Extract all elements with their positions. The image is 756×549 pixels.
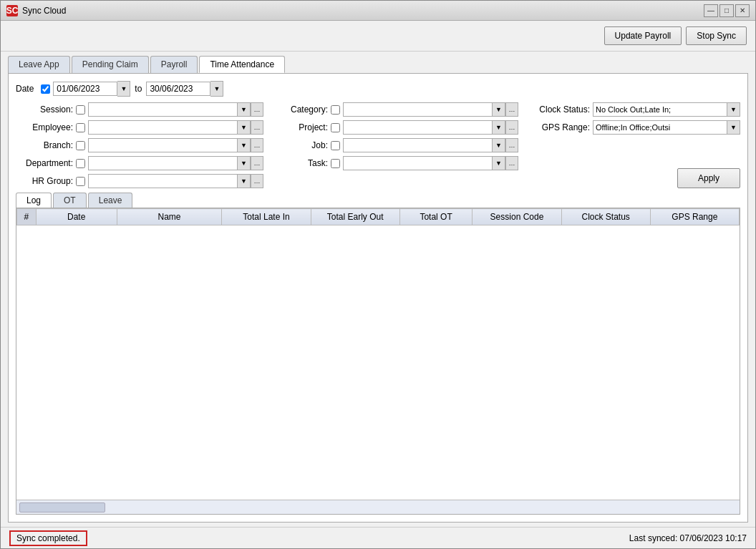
scrollbar-thumb[interactable] — [19, 502, 105, 512]
col-header-name: Name — [117, 209, 222, 225]
gps-range-dropdown[interactable]: ▼ — [727, 120, 740, 135]
project-dropdown[interactable]: ▼ — [493, 120, 505, 135]
app-icon: SC — [6, 5, 18, 16]
task-row: Task: ▼ … — [271, 156, 518, 170]
job-dropdown[interactable]: ▼ — [493, 138, 505, 152]
col-header-total-ot: Total OT — [399, 209, 472, 225]
branch-more[interactable]: … — [251, 138, 263, 152]
session-checkbox[interactable] — [76, 105, 85, 115]
branch-input[interactable] — [88, 138, 238, 152]
col-header-total-early-out: Total Early Out — [311, 209, 399, 225]
employee-row: Employee: ▼ … — [16, 120, 263, 135]
clock-status-dropdown[interactable]: ▼ — [727, 102, 740, 117]
date-filter-row: Date 01/06/2023 ▼ to 30/06/2023 ▼ — [16, 81, 740, 97]
hr-group-dropdown[interactable]: ▼ — [238, 174, 251, 188]
job-row: Job: ▼ … — [271, 138, 518, 152]
task-more[interactable]: … — [505, 156, 518, 170]
department-row: Department: ▼ … — [16, 156, 263, 170]
category-row: Category: ▼ … — [271, 102, 518, 117]
department-more[interactable]: … — [251, 156, 263, 170]
window-title: Sync Cloud — [22, 6, 704, 16]
project-row: Project: ▼ … — [271, 120, 518, 135]
job-input[interactable] — [343, 138, 493, 152]
sub-tab-ot[interactable]: OT — [53, 193, 87, 208]
col-header-clock-status: Clock Status — [561, 209, 650, 225]
main-window: SC Sync Cloud — □ ✕ Update Payroll Stop … — [0, 0, 756, 549]
tab-pending-claim[interactable]: Pending Claim — [72, 56, 149, 73]
job-more[interactable]: … — [505, 138, 518, 152]
maximize-button[interactable]: □ — [719, 4, 734, 17]
horizontal-scrollbar[interactable] — [16, 500, 740, 514]
gps-range-row: GPS Range: Offline;In Office;Outsi ▼ — [525, 120, 740, 135]
window-controls: — □ ✕ — [704, 4, 750, 17]
apply-row: Apply — [525, 168, 740, 188]
close-button[interactable]: ✕ — [735, 4, 750, 17]
to-label: to — [135, 84, 142, 94]
date-from-input[interactable]: 01/06/2023 — [53, 82, 117, 96]
task-dropdown[interactable]: ▼ — [493, 156, 505, 170]
project-label: Project: — [271, 122, 328, 132]
main-content: Leave App Pending Claim Payroll Time Att… — [1, 52, 755, 527]
col-header-gps-range: GPS Range — [650, 209, 739, 225]
category-label: Category: — [271, 105, 328, 115]
employee-input[interactable] — [88, 120, 238, 135]
tab-bar: Leave App Pending Claim Payroll Time Att… — [1, 52, 755, 73]
update-payroll-button[interactable]: Update Payroll — [604, 26, 682, 45]
session-input[interactable] — [88, 102, 238, 117]
branch-row: Branch: ▼ … — [16, 138, 263, 152]
sub-tab-log[interactable]: Log — [16, 193, 52, 208]
category-input[interactable] — [343, 102, 493, 117]
date-to-dropdown[interactable]: ▼ — [210, 81, 223, 97]
category-dropdown[interactable]: ▼ — [493, 102, 505, 117]
task-input[interactable] — [343, 156, 493, 170]
project-more[interactable]: … — [505, 120, 518, 135]
clock-status-input[interactable]: No Clock Out;Late In; — [593, 102, 727, 117]
last-synced: Last synced: 07/06/2023 10:17 — [629, 533, 747, 543]
date-from-dropdown[interactable]: ▼ — [117, 81, 130, 97]
tab-payroll[interactable]: Payroll — [150, 56, 198, 73]
sync-status: Sync completed. — [9, 530, 87, 546]
col-header-session-code: Session Code — [472, 209, 561, 225]
hr-group-row: HR Group: ▼ … — [16, 174, 263, 188]
employee-checkbox[interactable] — [76, 123, 85, 132]
gps-range-input[interactable]: Offline;In Office;Outsi — [593, 120, 727, 135]
category-more[interactable]: … — [505, 102, 518, 117]
category-checkbox[interactable] — [331, 105, 340, 115]
project-input[interactable] — [343, 120, 493, 135]
branch-dropdown[interactable]: ▼ — [238, 138, 251, 152]
sub-tab-leave[interactable]: Leave — [88, 193, 133, 208]
hr-group-checkbox[interactable] — [76, 177, 85, 186]
date-to-input[interactable]: 30/06/2023 — [146, 82, 210, 96]
job-checkbox[interactable] — [331, 141, 340, 150]
table-body-scroll[interactable] — [16, 225, 740, 500]
session-dropdown[interactable]: ▼ — [238, 102, 251, 117]
hr-group-more[interactable]: … — [251, 174, 263, 188]
stop-sync-button[interactable]: Stop Sync — [686, 26, 747, 45]
hr-group-input[interactable] — [88, 174, 238, 188]
department-label: Department: — [16, 158, 73, 168]
clock-status-filter-label: Clock Status: — [525, 105, 590, 115]
tab-time-attendance[interactable]: Time Attendance — [199, 56, 285, 73]
status-bar: Sync completed. Last synced: 07/06/2023 … — [1, 527, 755, 548]
employee-dropdown[interactable]: ▼ — [238, 120, 251, 135]
branch-checkbox[interactable] — [76, 141, 85, 150]
tab-leave-app[interactable]: Leave App — [8, 56, 70, 73]
session-label: Session: — [16, 105, 73, 115]
gps-range-filter-label: GPS Range: — [525, 122, 590, 132]
toolbar: Update Payroll Stop Sync — [1, 21, 755, 52]
session-more[interactable]: … — [251, 102, 263, 117]
date-checkbox[interactable] — [41, 84, 50, 94]
session-row: Session: ▼ … — [16, 102, 263, 117]
department-dropdown[interactable]: ▼ — [238, 156, 251, 170]
project-checkbox[interactable] — [331, 123, 340, 132]
department-checkbox[interactable] — [76, 159, 85, 168]
sub-tab-bar: Log OT Leave — [16, 193, 740, 208]
title-bar: SC Sync Cloud — □ ✕ — [1, 1, 755, 21]
apply-button[interactable]: Apply — [677, 168, 740, 188]
col-header-total-late-in: Total Late In — [222, 209, 311, 225]
department-input[interactable] — [88, 156, 238, 170]
minimize-button[interactable]: — — [704, 4, 718, 17]
employee-more[interactable]: … — [251, 120, 263, 135]
task-checkbox[interactable] — [331, 159, 340, 168]
clock-status-row: Clock Status: No Clock Out;Late In; ▼ — [525, 102, 740, 117]
